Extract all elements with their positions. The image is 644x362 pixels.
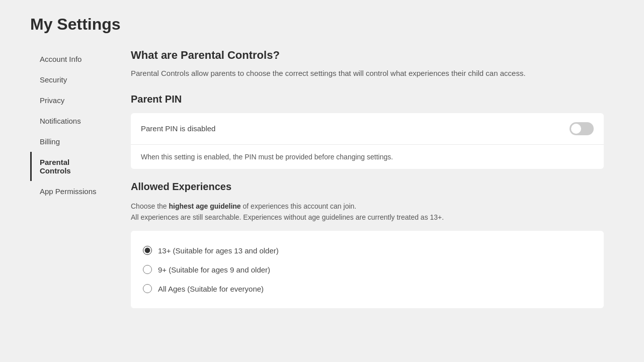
sidebar-item-parental-controls[interactable]: Parental Controls (30, 152, 111, 181)
age-9-label: 9+ (Suitable for ages 9 and older) (158, 265, 270, 274)
allowed-experiences-description: Choose the highest age guideline of expe… (131, 201, 604, 223)
parent-pin-note: When this setting is enabled, the PIN mu… (131, 144, 604, 169)
allowed-experiences-title: Allowed Experiences (131, 181, 604, 193)
sidebar-item-privacy[interactable]: Privacy (30, 90, 111, 111)
toggle-slider (570, 122, 594, 135)
allowed-experiences-card: 13+ (Suitable for ages 13 and older) 9+ … (131, 231, 604, 308)
parent-pin-card: Parent PIN is disabled When this setting… (131, 113, 604, 169)
sidebar-item-notifications[interactable]: Notifications (30, 111, 111, 131)
age-9-option[interactable]: 9+ (Suitable for ages 9 and older) (143, 260, 592, 279)
all-ages-label: All Ages (Suitable for everyone) (158, 285, 264, 293)
page-title: My Settings (30, 15, 614, 34)
age-13-label: 13+ (Suitable for ages 13 and older) (158, 246, 279, 255)
sidebar-item-account-info[interactable]: Account Info (30, 49, 111, 69)
sidebar-item-billing[interactable]: Billing (30, 131, 111, 152)
highest-age-guideline-bold: highest age guideline (169, 202, 241, 210)
main-content: What are Parental Controls? Parental Con… (111, 49, 614, 308)
sidebar-item-security[interactable]: Security (30, 69, 111, 90)
parental-controls-description: Parental Controls allow parents to choos… (131, 68, 604, 79)
parent-pin-status: Parent PIN is disabled (141, 124, 215, 133)
parent-pin-title: Parent PIN (131, 94, 604, 105)
age-9-radio[interactable] (143, 265, 152, 274)
parent-pin-row: Parent PIN is disabled (131, 113, 604, 144)
age-13-radio[interactable] (143, 246, 152, 255)
all-ages-radio[interactable] (143, 284, 152, 293)
age-13-option[interactable]: 13+ (Suitable for ages 13 and older) (143, 241, 592, 260)
parent-pin-toggle[interactable] (570, 122, 594, 135)
all-ages-option[interactable]: All Ages (Suitable for everyone) (143, 279, 592, 298)
parental-controls-title: What are Parental Controls? (131, 49, 604, 62)
sidebar: Account Info Security Privacy Notificati… (30, 49, 111, 308)
sidebar-item-app-permissions[interactable]: App Permissions (30, 181, 111, 202)
